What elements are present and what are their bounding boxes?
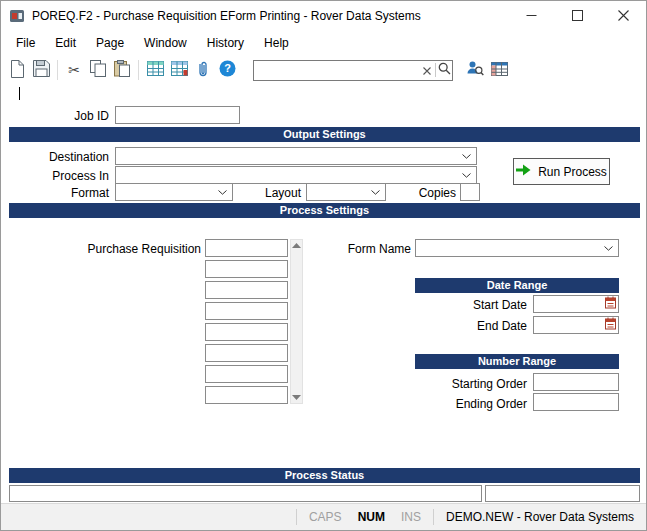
text-caret xyxy=(19,87,20,100)
menu-window[interactable]: Window xyxy=(134,32,197,54)
scroll-up-icon[interactable] xyxy=(292,243,301,248)
window-title: POREQ.F2 - Purchase Requisition EForm Pr… xyxy=(32,9,508,23)
title-bar: POREQ.F2 - Purchase Requisition EForm Pr… xyxy=(1,1,646,31)
help-button[interactable]: ? xyxy=(215,58,239,82)
save-button[interactable] xyxy=(29,58,53,82)
search-icon xyxy=(438,62,451,78)
clear-search-button[interactable] xyxy=(419,61,435,80)
table-view-icon xyxy=(491,62,508,79)
run-arrow-icon xyxy=(516,164,531,179)
menu-page[interactable]: Page xyxy=(86,32,134,54)
cut-icon: ✂ xyxy=(68,63,80,77)
app-window: POREQ.F2 - Purchase Requisition EForm Pr… xyxy=(0,0,647,531)
toolbar: ✂ ? xyxy=(1,55,646,85)
purchase-requisition-input[interactable] xyxy=(205,260,288,278)
minimize-icon xyxy=(526,9,537,24)
app-icon xyxy=(9,8,25,24)
menu-edit[interactable]: Edit xyxy=(45,32,86,54)
calendar-icon[interactable] xyxy=(605,295,616,313)
session-info: DEMO.NEW - Rover Data Systems xyxy=(438,510,646,524)
chevron-down-icon xyxy=(462,173,471,178)
status-bar: CAPS NUM INS DEMO.NEW - Rover Data Syste… xyxy=(1,503,646,530)
chevron-down-icon xyxy=(604,246,613,251)
form-name-label: Form Name xyxy=(343,242,411,256)
toolbar-search xyxy=(253,60,453,81)
paste-icon xyxy=(114,60,130,80)
save-icon xyxy=(33,60,50,80)
menu-bar: File Edit Page Window History Help xyxy=(1,31,646,55)
menu-help[interactable]: Help xyxy=(254,32,299,54)
search-input[interactable] xyxy=(254,61,419,80)
job-id-label: Job ID xyxy=(41,109,109,123)
layout-select[interactable] xyxy=(306,183,386,201)
start-date-label: Start Date xyxy=(449,298,527,312)
process-in-select[interactable] xyxy=(115,166,477,184)
destination-label: Destination xyxy=(31,150,109,164)
chevron-down-icon xyxy=(371,190,380,195)
number-range-header: Number Range xyxy=(415,354,619,369)
help-icon: ? xyxy=(219,60,236,80)
scroll-down-icon[interactable] xyxy=(292,395,301,400)
caps-indicator: CAPS xyxy=(301,510,350,524)
maximize-icon xyxy=(572,9,583,24)
job-id-input[interactable] xyxy=(115,106,240,124)
copy-button[interactable] xyxy=(86,58,110,82)
menu-history[interactable]: History xyxy=(197,32,254,54)
paperclip-icon xyxy=(196,60,210,80)
chevron-down-icon xyxy=(462,154,471,159)
starting-order-input[interactable] xyxy=(533,373,619,391)
user-search-button[interactable] xyxy=(463,58,487,82)
paste-button[interactable] xyxy=(110,58,134,82)
purchase-requisition-input[interactable] xyxy=(205,344,288,362)
ending-order-label: Ending Order xyxy=(431,397,527,411)
clear-search-icon xyxy=(423,63,431,78)
purchase-requisition-label: Purchase Requisition xyxy=(61,242,201,256)
run-process-label: Run Process xyxy=(538,165,607,179)
format-select[interactable] xyxy=(115,183,233,201)
destination-select[interactable] xyxy=(115,147,477,165)
starting-order-label: Starting Order xyxy=(431,377,527,391)
process-status-header: Process Status xyxy=(9,468,640,483)
purchase-requisition-input[interactable] xyxy=(205,281,288,299)
grid-table-icon xyxy=(147,61,164,79)
chevron-down-icon xyxy=(218,190,227,195)
ins-indicator: INS xyxy=(393,510,429,524)
status-separator xyxy=(296,509,297,525)
cut-button[interactable]: ✂ xyxy=(62,58,86,82)
copy-icon xyxy=(90,60,106,80)
end-date-label: End Date xyxy=(449,319,527,333)
date-range-header: Date Range xyxy=(415,278,619,293)
grid-columns-button[interactable] xyxy=(167,58,191,82)
process-status-field-left xyxy=(9,485,482,502)
table-view-button[interactable] xyxy=(487,58,511,82)
new-document-button[interactable] xyxy=(5,58,29,82)
start-date-input[interactable] xyxy=(533,295,619,313)
new-document-icon xyxy=(9,60,25,81)
status-separator xyxy=(433,509,434,525)
purchase-requisition-input[interactable] xyxy=(205,302,288,320)
toolbar-separator xyxy=(138,60,139,80)
run-process-button[interactable]: Run Process xyxy=(513,158,610,185)
maximize-button[interactable] xyxy=(554,1,600,31)
minimize-button[interactable] xyxy=(508,1,554,31)
close-icon xyxy=(618,9,629,24)
copies-label: Copies xyxy=(398,186,456,200)
copies-input[interactable] xyxy=(460,183,480,201)
purchase-requisition-input[interactable] xyxy=(205,323,288,341)
close-button[interactable] xyxy=(600,1,646,31)
calendar-icon[interactable] xyxy=(605,316,616,334)
search-button[interactable] xyxy=(436,61,452,80)
process-status-field-right xyxy=(485,485,640,502)
grid-table-button[interactable] xyxy=(143,58,167,82)
purchase-requisition-input[interactable] xyxy=(205,239,288,257)
purchase-requisition-input[interactable] xyxy=(205,365,288,383)
menu-file[interactable]: File xyxy=(6,32,45,54)
format-label: Format xyxy=(41,186,109,200)
attachment-button[interactable] xyxy=(191,58,215,82)
purchase-requisition-scrollbar[interactable] xyxy=(290,239,303,404)
form-name-select[interactable] xyxy=(415,239,619,257)
end-date-input[interactable] xyxy=(533,316,619,334)
purchase-requisition-input[interactable] xyxy=(205,386,288,404)
grid-columns-icon xyxy=(171,61,188,79)
ending-order-input[interactable] xyxy=(533,393,619,411)
